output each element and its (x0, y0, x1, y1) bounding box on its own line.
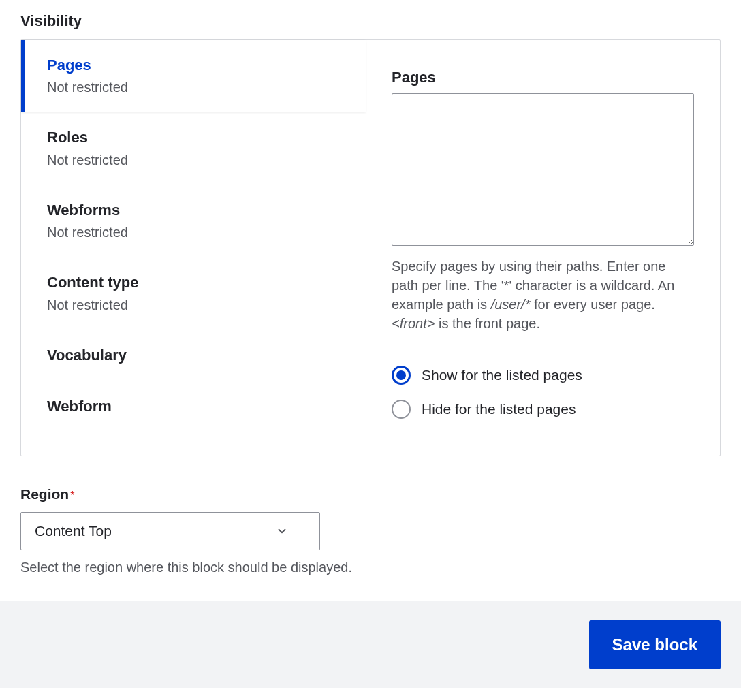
tab-pages[interactable]: Pages Not restricted (21, 40, 366, 112)
tab-roles[interactable]: Roles Not restricted (21, 112, 366, 185)
tab-vocabulary[interactable]: Vocabulary (21, 330, 366, 381)
tab-content-type-title: Content type (47, 274, 340, 291)
tab-webforms[interactable]: Webforms Not restricted (21, 185, 366, 257)
radio-show-listed[interactable]: Show for the listed pages (392, 366, 694, 385)
pages-textarea[interactable] (392, 93, 694, 246)
save-block-button[interactable]: Save block (589, 620, 721, 669)
tab-roles-subtitle: Not restricted (47, 153, 340, 168)
region-selected-value: Content Top (35, 523, 112, 539)
tab-pages-subtitle: Not restricted (47, 80, 340, 95)
pages-help-text: Specify pages by using their paths. Ente… (392, 257, 694, 333)
visibility-panel: Pages Specify pages by using their paths… (366, 40, 720, 456)
tab-webform-title: Webform (47, 398, 340, 415)
region-label: Region (20, 486, 69, 502)
tab-webform[interactable]: Webform (21, 381, 366, 432)
radio-show-listed-label: Show for the listed pages (422, 367, 582, 383)
radio-hide-listed-label: Hide for the listed pages (422, 401, 576, 417)
negate-radio-group: Show for the listed pages Hide for the l… (392, 366, 694, 419)
pages-label: Pages (392, 69, 694, 86)
radio-button-icon (392, 366, 411, 385)
actions-bar: Save block (0, 601, 741, 688)
region-help-text: Select the region where this block shoul… (20, 560, 721, 575)
tab-pages-title: Pages (47, 57, 340, 74)
visibility-container: Pages Not restricted Roles Not restricte… (20, 39, 721, 456)
tab-roles-title: Roles (47, 129, 340, 146)
required-mark: * (70, 490, 74, 501)
region-select[interactable]: Content Top (20, 512, 320, 550)
visibility-tabs: Pages Not restricted Roles Not restricte… (21, 40, 366, 456)
tab-content-type[interactable]: Content type Not restricted (21, 257, 366, 330)
tab-webforms-subtitle: Not restricted (47, 225, 340, 240)
tab-webforms-title: Webforms (47, 202, 340, 219)
visibility-heading: Visibility (20, 12, 721, 30)
chevron-down-icon (276, 525, 288, 537)
radio-button-icon (392, 400, 411, 419)
radio-hide-listed[interactable]: Hide for the listed pages (392, 400, 694, 419)
tab-content-type-subtitle: Not restricted (47, 298, 340, 313)
region-field: Region* Content Top Select the region wh… (20, 486, 721, 575)
tab-vocabulary-title: Vocabulary (47, 347, 340, 364)
